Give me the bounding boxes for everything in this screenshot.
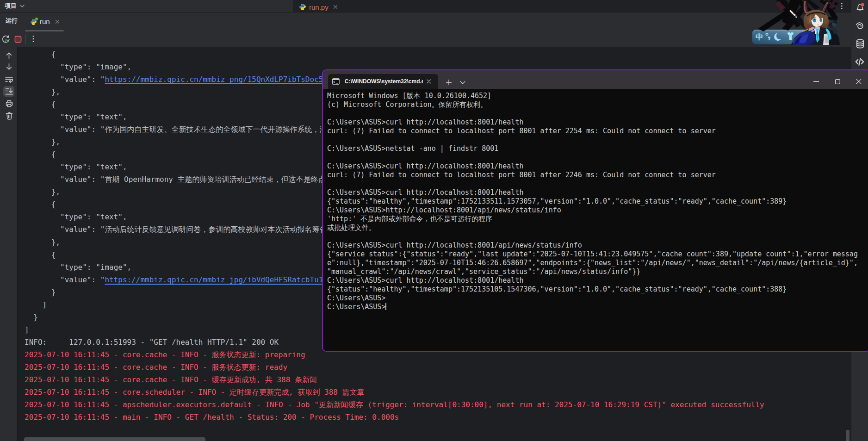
console-line: 2025-07-10 16:11:45 - core.cache - INFO … xyxy=(25,361,868,373)
console-error-text: 2025-07-10 16:11:45 - core.cache - INFO … xyxy=(25,375,317,384)
project-dropdown[interactable]: 项目 xyxy=(5,1,25,11)
terminal-line: C:\Users\ASUS>curl http://localhost:8001… xyxy=(327,241,858,250)
terminal-line: C:\Users\ASUS>curl http://localhost:8001… xyxy=(327,162,858,171)
terminal-line xyxy=(327,232,858,241)
console-line: 2025-07-10 16:11:45 - core.scheduler - I… xyxy=(25,386,868,398)
terminal-line: curl: (7) Failed to connect to localhost… xyxy=(327,171,858,180)
clear-trash-icon[interactable] xyxy=(6,112,13,120)
soft-wrap-icon[interactable] xyxy=(5,76,13,83)
toolbar-separator xyxy=(25,34,26,44)
console-text: }, xyxy=(25,238,60,247)
python-icon xyxy=(299,3,306,11)
run-tab-underline xyxy=(25,30,64,31)
console-text: ] xyxy=(25,325,29,334)
terminal-line: 或批处理文件。 xyxy=(327,224,858,232)
console-text: "value": " xyxy=(25,75,105,84)
console-error-text: 2025-07-10 16:11:45 - core.cache - INFO … xyxy=(25,350,305,359)
console-text: "type": "image", xyxy=(25,62,131,71)
ime-lang-indicator[interactable]: 中 xyxy=(756,32,763,41)
terminal-tab-close-icon[interactable] xyxy=(426,79,432,84)
scroll-up-icon[interactable] xyxy=(6,52,12,59)
terminal-line: C:\Users\ASUS>curl http://localhost:8001… xyxy=(327,118,858,127)
desktop-character-overlay: 中 xyxy=(750,0,868,45)
console-text: ] xyxy=(25,300,47,309)
run-toolbar-row xyxy=(0,31,868,47)
terminal-line: {"status":"healthy","timestamp":17521335… xyxy=(327,197,858,206)
console-line: 2025-07-10 16:11:45 - apscheduler.execut… xyxy=(25,398,868,411)
terminal-line: C:\Users\ASUS>netstat -ano | findstr 800… xyxy=(327,144,858,153)
terminal-line: C:\Users\ASUS>http://localhost:8001/api/… xyxy=(327,206,858,215)
screen: 项目 run.py 运行 xyxy=(0,0,868,441)
run-toolwindow-header xyxy=(0,12,868,31)
console-text: "value": "首期 OpenHarmony 主题的师资培训活动已经结束，但… xyxy=(25,175,363,184)
console-text: }, xyxy=(25,137,60,146)
new-tab-icon[interactable] xyxy=(446,79,452,86)
terminal-window: C:\WINDOWS\system32\cmd.ex xyxy=(322,69,868,352)
console-options-icon[interactable] xyxy=(30,35,37,43)
chevron-down-icon xyxy=(20,5,25,7)
console-error-text: 2025-07-10 16:11:45 - apscheduler.execut… xyxy=(25,400,764,409)
console-line: 2025-07-10 16:11:45 - main - INFO - GET … xyxy=(25,411,868,423)
run-tab-label: run xyxy=(40,18,50,25)
terminal-line: C:\Users\ASUS> xyxy=(327,294,858,303)
cmd-icon xyxy=(332,78,340,85)
run-panel-title: 运行 xyxy=(6,17,18,25)
console-text: { xyxy=(25,100,56,109)
rerun-button[interactable] xyxy=(2,35,10,43)
console-line: { xyxy=(25,48,868,61)
horizontal-scrollbar[interactable] xyxy=(24,437,205,441)
scroll-to-end-icon[interactable] xyxy=(5,88,13,95)
terminal-titlebar[interactable]: C:\WINDOWS\system32\cmd.ex xyxy=(323,70,868,89)
python-run-icon xyxy=(30,18,37,25)
terminal-body[interactable]: Microsoft Windows [版本 10.0.26100.4652](c… xyxy=(323,89,868,352)
terminal-line: 'http:' 不是内部或外部命令，也不是可运行的程序 xyxy=(327,215,858,224)
console-text: "type": "image", xyxy=(25,263,131,272)
running-badge xyxy=(35,17,38,21)
terminal-line xyxy=(327,180,858,188)
terminal-line: C:\Users\ASUS>curl http://localhost:8001… xyxy=(327,276,858,285)
terminal-line: C:\Users\ASUS>curl http://localhost:8001… xyxy=(327,188,858,197)
console-text: "type": "text", xyxy=(25,162,127,171)
maximize-button[interactable] xyxy=(827,72,848,91)
stop-button[interactable] xyxy=(14,36,22,43)
terminal-line xyxy=(327,153,858,162)
scroll-down-icon[interactable] xyxy=(6,63,12,70)
minimize-button[interactable] xyxy=(806,72,827,91)
terminal-cursor xyxy=(385,303,386,310)
editor-tab-runpy[interactable]: run.py xyxy=(295,0,341,12)
terminal-line xyxy=(327,109,858,118)
console-text: { xyxy=(25,200,56,209)
console-text: INFO: 127.0.0.1:51993 - "GET /health HTT… xyxy=(25,338,279,347)
terminal-line: {"status":"healthy","timestamp":17521351… xyxy=(327,285,858,294)
vertical-scrollbar[interactable] xyxy=(846,430,849,441)
editor-tab-label: run.py xyxy=(309,3,329,11)
terminal-line xyxy=(327,136,858,144)
titlebar-separator xyxy=(456,78,456,86)
console-text: { xyxy=(25,50,56,59)
console-text: { xyxy=(25,250,56,259)
print-icon[interactable] xyxy=(6,100,13,107)
run-tab[interactable]: run xyxy=(25,12,64,31)
terminal-line: e":null},"timestamp":"2025-07-10T15:46:2… xyxy=(327,259,858,267)
console-error-text: 2025-07-10 16:11:45 - core.cache - INFO … xyxy=(25,363,287,372)
console-error-text: 2025-07-10 16:11:45 - main - INFO - GET … xyxy=(25,413,399,422)
console-text: }, xyxy=(25,87,60,96)
terminal-tab[interactable]: C:\WINDOWS\system32\cmd.ex xyxy=(328,74,438,89)
project-label: 项目 xyxy=(5,2,17,10)
terminal-line: "manual_crawl":"/api/news/crawl","servic… xyxy=(327,267,858,276)
console-text: "type": "text", xyxy=(25,112,127,121)
terminal-tab-title: C:\WINDOWS\system32\cmd.ex xyxy=(345,78,423,85)
close-icon[interactable] xyxy=(333,5,338,9)
console-error-text: 2025-07-10 16:11:45 - core.scheduler - I… xyxy=(25,388,365,397)
terminal-line: C:\Users\ASUS> xyxy=(327,303,858,311)
console-text: "value": "作为国内自主研发、全新技术生态的全领域下一代开源操作系统，润… xyxy=(25,125,356,134)
close-window-button[interactable] xyxy=(848,72,868,91)
terminal-line: {"service_status":{"status":"ready","las… xyxy=(327,250,858,259)
tab-dropdown-icon[interactable] xyxy=(460,81,465,84)
terminal-output: Microsoft Windows [版本 10.0.26100.4652](c… xyxy=(327,92,858,311)
console-text: }, xyxy=(25,187,60,196)
console-text: { xyxy=(25,150,56,159)
close-icon[interactable] xyxy=(55,19,60,24)
terminal-line: Microsoft Windows [版本 10.0.26100.4652] xyxy=(327,92,858,100)
terminal-line: (c) Microsoft Corporation。保留所有权利。 xyxy=(327,100,858,109)
